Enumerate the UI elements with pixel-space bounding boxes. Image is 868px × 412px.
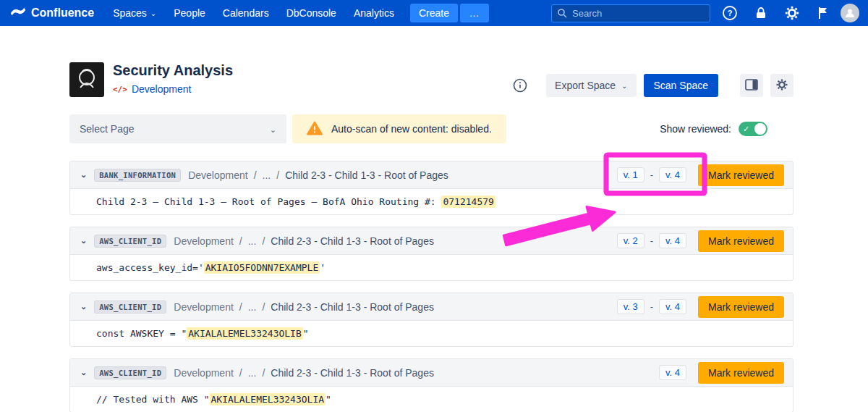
nav-item-spaces[interactable]: Spaces ⌄ (104, 0, 165, 26)
version-link-from[interactable]: v. 2 (617, 233, 644, 248)
autoscan-warning-banner: Auto-scan of new content: disabled. (292, 114, 506, 143)
nav-item-calendars[interactable]: Calendars (214, 0, 278, 26)
warning-text: Auto-scan of new content: disabled. (331, 123, 492, 135)
top-nav: Confluence Spaces ⌄ People Calendars DbC… (0, 0, 868, 26)
code-text: const AWSKEY = " (96, 328, 187, 339)
code-line: // Tested with AWS "AKIALALEMEL33243OLIA… (70, 387, 793, 412)
select-page-dropdown[interactable]: Select Page ⌄ (69, 114, 286, 143)
version-link-from[interactable]: v. 3 (617, 299, 644, 314)
version-separator: - (650, 301, 653, 312)
space-header-actions: Export Space ⌄ Scan Space (513, 74, 793, 97)
confluence-brand[interactable]: Confluence (10, 4, 94, 22)
info-icon[interactable] (513, 78, 527, 93)
finding-header: ⌄ AWS_CLIENT_ID Development / ... / Chil… (70, 227, 793, 255)
code-text: Child 2-3 – Child 1-3 – Root of Pages – … (96, 196, 441, 207)
code-line: const AWSKEY = "AKIALALEMEL33243OLIB" (70, 321, 793, 346)
breadcrumb-space[interactable]: Development (174, 301, 234, 313)
space-titles: Security Analysis </> Development (113, 62, 233, 95)
space-settings-button[interactable] (770, 74, 793, 97)
finding-header: ⌄ BANK_INFORMATION Development / ... / C… (70, 161, 793, 189)
breadcrumb-ellipsis[interactable]: ... (263, 169, 271, 181)
nav-item-people[interactable]: People (165, 0, 214, 26)
space-link[interactable]: Development (132, 83, 192, 95)
mark-reviewed-button[interactable]: Mark reviewed (698, 362, 784, 384)
breadcrumb-page[interactable]: Child 2-3 - Child 1-3 - Root of Pages (271, 301, 434, 313)
finding-type-badge: AWS_CLIENT_ID (94, 235, 166, 248)
search-input[interactable] (551, 4, 710, 22)
breadcrumb-separator: / (254, 169, 257, 181)
code-text: " (303, 328, 309, 339)
finding-actions: v. 3 - v. 4 Mark reviewed (617, 296, 784, 318)
breadcrumb-separator: / (262, 235, 265, 247)
toggle-knob (754, 123, 766, 135)
chevron-down-icon: ⌄ (270, 126, 276, 134)
breadcrumb-space[interactable]: Development (174, 235, 234, 247)
create-button[interactable]: Create (410, 4, 458, 22)
lock-icon[interactable] (754, 6, 768, 20)
finding-actions: v. 2 - v. 4 Mark reviewed (617, 230, 784, 252)
collapse-chevron-icon[interactable]: ⌄ (80, 236, 87, 245)
version-link-from[interactable]: v. 1 (617, 167, 644, 182)
breadcrumb-page[interactable]: Child 2-3 - Child 1-3 - Root of Pages (271, 367, 434, 379)
export-space-label: Export Space (555, 80, 616, 91)
scan-space-button[interactable]: Scan Space (644, 74, 719, 97)
breadcrumb-separator: / (239, 367, 242, 379)
collapse-chevron-icon[interactable]: ⌄ (80, 170, 87, 180)
breadcrumb-space[interactable]: Development (188, 169, 248, 181)
collapse-chevron-icon[interactable]: ⌄ (80, 302, 87, 311)
warning-icon (307, 121, 323, 138)
user-avatar[interactable] (841, 4, 859, 22)
finding-card: ⌄ AWS_CLIENT_ID Development / ... / Chil… (69, 227, 793, 281)
code-text: aws_access_key_id=' (96, 262, 204, 273)
show-reviewed-toggle[interactable]: ✓ (739, 122, 767, 136)
breadcrumb-ellipsis[interactable]: ... (248, 235, 257, 247)
nav-label: Calendars (223, 7, 269, 19)
breadcrumb-space[interactable]: Development (174, 367, 234, 379)
nav-item-analytics[interactable]: Analytics (345, 0, 403, 26)
version-separator: - (650, 169, 653, 180)
breadcrumb-separator: / (262, 367, 265, 379)
finding-type-badge: BANK_INFORMATION (94, 169, 181, 182)
check-icon: ✓ (743, 124, 749, 134)
confluence-logo-icon (10, 4, 26, 22)
finding-card: ⌄ AWS_CLIENT_ID Development / ... / Chil… (69, 358, 793, 412)
collapse-chevron-icon[interactable]: ⌄ (80, 368, 87, 377)
svg-text:?: ? (728, 9, 733, 17)
space-header: Security Analysis </> Development Export… (69, 62, 793, 97)
export-space-button[interactable]: Export Space ⌄ (546, 74, 636, 97)
breadcrumb-page[interactable]: Child 2-3 - Child 1-3 - Root of Pages (271, 235, 434, 247)
help-icon[interactable]: ? (722, 5, 738, 21)
mark-reviewed-button[interactable]: Mark reviewed (698, 230, 784, 252)
nav-label: Analytics (354, 7, 394, 19)
finding-actions: v. 1 - v. 4 Mark reviewed (617, 164, 784, 186)
finding-snippet: Child 2-3 – Child 1-3 – Root of Pages – … (70, 189, 793, 214)
nav-icons: ? (722, 5, 830, 21)
nav-item-dbconsole[interactable]: DbConsole (278, 0, 345, 26)
nav-label: DbConsole (286, 7, 336, 19)
select-page-label: Select Page (80, 123, 135, 135)
version-link-from[interactable]: v. 4 (659, 365, 686, 380)
breadcrumb-ellipsis[interactable]: ... (248, 301, 257, 313)
version-link-to[interactable]: v. 4 (659, 299, 686, 314)
finding-header: ⌄ AWS_CLIENT_ID Development / ... / Chil… (70, 293, 793, 321)
mark-reviewed-button[interactable]: Mark reviewed (698, 296, 784, 318)
breadcrumb-page[interactable]: Child 2-3 - Child 1-3 - Root of Pages (285, 169, 448, 181)
more-button[interactable]: … (460, 4, 489, 22)
code-line: aws_access_key_id='AKIAIO5FODNN7EXAMPLE' (70, 255, 793, 280)
finding-snippet: aws_access_key_id='AKIAIO5FODNN7EXAMPLE' (70, 255, 793, 280)
gear-icon[interactable] (784, 5, 800, 21)
finding-actions: v. 4 Mark reviewed (659, 362, 784, 384)
space-avatar (69, 62, 104, 97)
version-link-to[interactable]: v. 4 (659, 167, 686, 182)
version-separator: - (650, 235, 653, 246)
gear-icon (775, 78, 788, 93)
code-highlight: AKIALALEMEL33243OLIA (210, 393, 326, 405)
version-link-to[interactable]: v. 4 (659, 233, 686, 248)
finding-snippet: const AWSKEY = "AKIALALEMEL33243OLIB" (70, 321, 793, 346)
code-space-icon: </> (113, 85, 127, 94)
flag-icon[interactable] (816, 6, 830, 20)
breadcrumb-ellipsis[interactable]: ... (248, 367, 257, 379)
code-text: " (326, 394, 331, 405)
side-panel-button[interactable] (740, 74, 763, 97)
mark-reviewed-button[interactable]: Mark reviewed (698, 164, 784, 186)
